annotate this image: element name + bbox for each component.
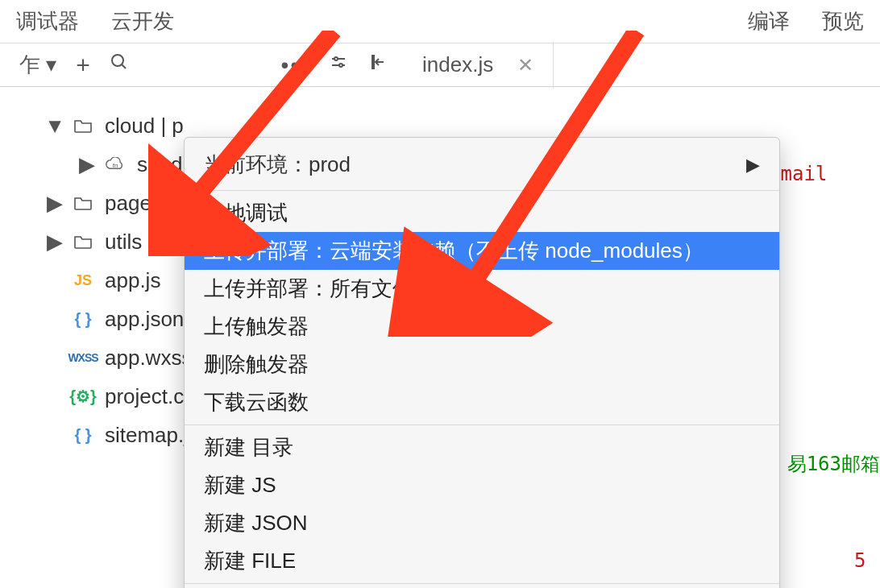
topbar-compile[interactable]: 编译 <box>748 7 790 35</box>
ctx-upload-trigger[interactable]: 上传触发器 <box>185 308 779 346</box>
tree-label: project.co <box>105 384 196 409</box>
folder-icon <box>71 195 95 211</box>
topbar-preview[interactable]: 预览 <box>822 7 864 35</box>
env-label: 当前环境： <box>204 151 309 179</box>
tree-label: utils <box>105 230 142 255</box>
wxss-icon: WXSS <box>71 351 95 364</box>
ctx-new-file[interactable]: 新建 FILE <box>185 542 779 580</box>
json-icon: { } <box>71 426 95 445</box>
chevron-right-icon: ▶ <box>746 155 760 176</box>
chevron-right-icon: ▶ <box>48 230 61 255</box>
tree-label: app.json <box>105 307 184 332</box>
tree-label: app.js <box>105 268 160 293</box>
more-icon[interactable]: ••• <box>281 52 309 78</box>
json-icon: { } <box>71 310 95 329</box>
svg-rect-6 <box>372 56 374 68</box>
topbar-debugger[interactable]: 调试器 <box>0 7 95 35</box>
js-icon: JS <box>71 272 95 289</box>
folder-icon <box>71 234 95 250</box>
config-icon: {⚙} <box>71 387 95 406</box>
ctx-new-dir[interactable]: 新建 目录 <box>185 429 779 466</box>
svg-text:fn: fn <box>113 162 118 169</box>
secondary-bar: 乍 ▾ + ••• index.js ✕ <box>0 43 880 87</box>
ctx-delete-trigger[interactable]: 删除触发器 <box>185 346 779 383</box>
ctx-new-json[interactable]: 新建 JSON <box>185 504 779 542</box>
svg-point-0 <box>112 55 123 66</box>
env-value: prod <box>309 152 351 177</box>
chevron-right-icon: ▶ <box>48 191 61 216</box>
tree-label: app.wxss <box>105 346 192 371</box>
svg-point-3 <box>334 57 338 60</box>
topbar: 调试器 云开发 编译 预览 <box>0 0 880 43</box>
tree-label: pages <box>105 191 162 216</box>
settings-icon[interactable] <box>329 52 348 77</box>
chevron-down-icon: ▼ <box>48 114 61 139</box>
search-icon[interactable] <box>110 52 129 77</box>
ctx-upload-deploy-all[interactable]: 上传并部署：所有文件 <box>185 270 779 308</box>
topbar-cloud-dev[interactable]: 云开发 <box>95 7 190 35</box>
collapse-icon[interactable] <box>367 52 387 77</box>
ctx-download-func[interactable]: 下载云函数 <box>185 383 779 421</box>
add-icon[interactable]: + <box>76 52 90 79</box>
ctx-new-js[interactable]: 新建 JS <box>185 466 779 504</box>
context-env[interactable]: 当前环境： prod ▶ <box>185 143 779 187</box>
editor-tab[interactable]: index.js ✕ <box>403 41 554 89</box>
context-menu: 当前环境： prod ▶ 本地调试 上传并部署：云端安装依赖（不上传 node_… <box>184 137 780 588</box>
cloud-function-icon: fn <box>103 157 127 172</box>
tree-label: cloud | p <box>105 114 184 139</box>
editor-tab-label: index.js <box>422 52 493 77</box>
action-label: 乍 ▾ <box>19 51 56 79</box>
ctx-local-debug[interactable]: 本地调试 <box>185 194 779 232</box>
close-icon[interactable]: ✕ <box>517 54 533 77</box>
svg-point-5 <box>339 64 342 67</box>
svg-line-1 <box>122 64 126 68</box>
ctx-upload-deploy-cloud[interactable]: 上传并部署：云端安装依赖（不上传 node_modules） <box>185 232 779 270</box>
chevron-right-icon: ▶ <box>81 152 93 177</box>
folder-icon <box>71 118 95 134</box>
